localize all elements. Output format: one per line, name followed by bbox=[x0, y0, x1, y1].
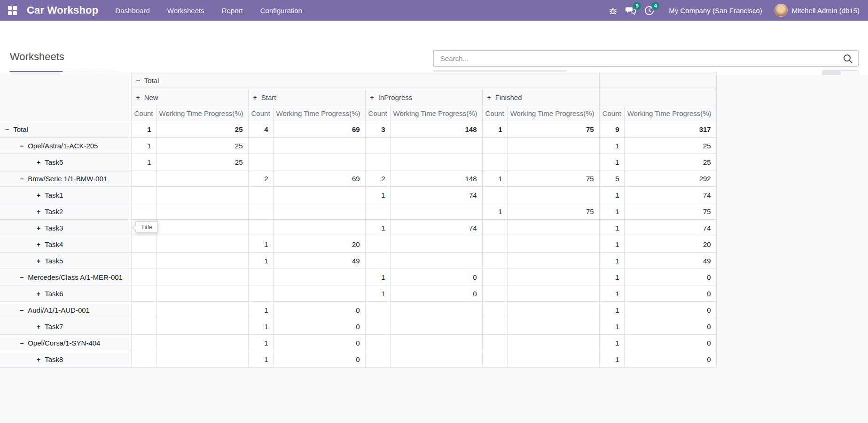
row-header[interactable]: +Task3 bbox=[0, 220, 131, 236]
row-header[interactable]: +Task4 bbox=[0, 236, 131, 253]
count-cell[interactable]: 3 bbox=[365, 121, 390, 138]
search-input[interactable] bbox=[433, 50, 859, 67]
wtp-cell[interactable]: 69 bbox=[273, 121, 365, 138]
wtp-cell[interactable]: 75 bbox=[624, 203, 716, 220]
count-cell[interactable]: 1 bbox=[599, 203, 624, 220]
menu-item-report[interactable]: Report bbox=[222, 7, 243, 15]
wtp-cell[interactable]: 0 bbox=[624, 318, 716, 335]
measure-header-working-time-progress[interactable]: Working Time Progress(%) bbox=[273, 106, 365, 121]
wtp-cell[interactable]: 74 bbox=[390, 220, 482, 236]
menu-item-worksheets[interactable]: Worksheets bbox=[167, 7, 204, 15]
row-header[interactable]: +Task2 bbox=[0, 203, 131, 220]
count-cell[interactable]: 1 bbox=[482, 121, 507, 138]
measure-header-count[interactable]: Count bbox=[482, 106, 507, 121]
count-cell[interactable]: 1 bbox=[599, 253, 624, 269]
wtp-cell[interactable]: 292 bbox=[624, 170, 716, 187]
col-group-start[interactable]: +Start bbox=[248, 89, 365, 106]
measure-header-working-time-progress[interactable]: Working Time Progress(%) bbox=[507, 106, 599, 121]
measure-header-count[interactable]: Count bbox=[599, 106, 624, 121]
wtp-cell[interactable]: 0 bbox=[390, 269, 482, 285]
count-cell[interactable]: 1 bbox=[248, 335, 273, 351]
wtp-cell[interactable]: 0 bbox=[390, 285, 482, 302]
wtp-cell[interactable]: 20 bbox=[273, 236, 365, 253]
count-cell[interactable]: 2 bbox=[365, 170, 390, 187]
count-cell[interactable]: 1 bbox=[599, 318, 624, 335]
wtp-cell[interactable]: 75 bbox=[507, 170, 599, 187]
count-cell[interactable]: 1 bbox=[599, 220, 624, 236]
app-title[interactable]: Car Workshop bbox=[27, 4, 98, 16]
count-cell[interactable]: 9 bbox=[599, 121, 624, 138]
wtp-cell[interactable]: 0 bbox=[624, 285, 716, 302]
user-menu[interactable]: Mitchell Admin (db15) bbox=[792, 7, 860, 15]
wtp-cell[interactable]: 317 bbox=[624, 121, 716, 138]
wtp-cell[interactable]: 75 bbox=[507, 203, 599, 220]
count-cell[interactable]: 2 bbox=[248, 170, 273, 187]
menu-item-configuration[interactable]: Configuration bbox=[260, 7, 302, 15]
row-header[interactable]: −Total bbox=[0, 121, 131, 138]
count-cell[interactable]: 1 bbox=[131, 121, 156, 138]
wtp-cell[interactable]: 0 bbox=[624, 302, 716, 318]
row-header[interactable]: −Audi/A1/1-AUD-001 bbox=[0, 302, 131, 318]
count-cell[interactable]: 1 bbox=[365, 187, 390, 203]
count-cell[interactable]: 1 bbox=[599, 335, 624, 351]
count-cell[interactable]: 1 bbox=[248, 302, 273, 318]
count-cell[interactable]: 1 bbox=[248, 351, 273, 368]
wtp-cell[interactable]: 0 bbox=[624, 351, 716, 368]
measure-header-count[interactable]: Count bbox=[365, 106, 390, 121]
wtp-cell[interactable]: 49 bbox=[624, 253, 716, 269]
wtp-cell[interactable]: 74 bbox=[390, 187, 482, 203]
measure-header-working-time-progress[interactable]: Working Time Progress(%) bbox=[390, 106, 482, 121]
row-header[interactable]: +Task5 bbox=[0, 253, 131, 269]
wtp-cell[interactable]: 74 bbox=[624, 220, 716, 236]
company-switcher[interactable]: My Company (San Francisco) bbox=[669, 7, 762, 15]
search-icon[interactable] bbox=[843, 54, 853, 66]
measure-header-working-time-progress[interactable]: Working Time Progress(%) bbox=[624, 106, 716, 121]
count-cell[interactable]: 1 bbox=[365, 285, 390, 302]
row-header[interactable]: −Mercedes/Class A/1-MER-001 bbox=[0, 269, 131, 285]
count-cell[interactable]: 1 bbox=[599, 351, 624, 368]
row-header[interactable]: −Opel/Corsa/1-SYN-404 bbox=[0, 335, 131, 351]
count-cell[interactable]: 1 bbox=[599, 236, 624, 253]
wtp-cell[interactable]: 0 bbox=[273, 302, 365, 318]
wtp-cell[interactable]: 148 bbox=[390, 121, 482, 138]
count-cell[interactable]: 1 bbox=[131, 138, 156, 154]
wtp-cell[interactable]: 25 bbox=[156, 121, 248, 138]
messages-chat-icon[interactable]: 9 bbox=[625, 5, 636, 15]
wtp-cell[interactable]: 25 bbox=[624, 138, 716, 154]
wtp-cell[interactable]: 25 bbox=[156, 138, 248, 154]
row-header[interactable]: +Task6 bbox=[0, 285, 131, 302]
wtp-cell[interactable]: 20 bbox=[624, 236, 716, 253]
col-group-inprogress[interactable]: +InProgress bbox=[365, 89, 482, 106]
count-cell[interactable]: 5 bbox=[599, 170, 624, 187]
wtp-cell[interactable]: 74 bbox=[624, 187, 716, 203]
row-header[interactable]: +Task1 bbox=[0, 187, 131, 203]
apps-grid-icon[interactable] bbox=[8, 6, 17, 15]
row-header[interactable]: +Task8 bbox=[0, 351, 131, 368]
row-header[interactable]: −Opel/Astra/1-ACK-205 bbox=[0, 138, 131, 154]
col-group-new[interactable]: +New bbox=[131, 89, 248, 106]
count-cell[interactable]: 1 bbox=[365, 220, 390, 236]
count-cell[interactable]: 1 bbox=[365, 269, 390, 285]
measure-header-working-time-progress[interactable]: Working Time Progress(%) bbox=[156, 106, 248, 121]
wtp-cell[interactable]: 75 bbox=[507, 121, 599, 138]
wtp-cell[interactable]: 69 bbox=[273, 170, 365, 187]
col-group-finished[interactable]: +Finished bbox=[482, 89, 599, 106]
avatar[interactable] bbox=[774, 4, 788, 17]
wtp-cell[interactable]: 0 bbox=[273, 335, 365, 351]
count-cell[interactable]: 1 bbox=[482, 170, 507, 187]
count-cell[interactable]: 1 bbox=[248, 236, 273, 253]
count-cell[interactable]: 1 bbox=[599, 285, 624, 302]
menu-item-dashboard[interactable]: Dashboard bbox=[115, 7, 149, 15]
wtp-cell[interactable]: 49 bbox=[273, 253, 365, 269]
debug-bug-icon[interactable] bbox=[609, 6, 618, 15]
wtp-cell[interactable]: 0 bbox=[624, 335, 716, 351]
wtp-cell[interactable]: 148 bbox=[390, 170, 482, 187]
count-cell[interactable]: 1 bbox=[599, 269, 624, 285]
wtp-cell[interactable]: 0 bbox=[273, 318, 365, 335]
row-header[interactable]: −Bmw/Serie 1/1-BMW-001 bbox=[0, 170, 131, 187]
count-cell[interactable]: 1 bbox=[599, 302, 624, 318]
count-cell[interactable]: 1 bbox=[599, 138, 624, 154]
count-cell[interactable]: 1 bbox=[599, 154, 624, 170]
count-cell[interactable]: 1 bbox=[131, 154, 156, 170]
measure-header-count[interactable]: Count bbox=[248, 106, 273, 121]
